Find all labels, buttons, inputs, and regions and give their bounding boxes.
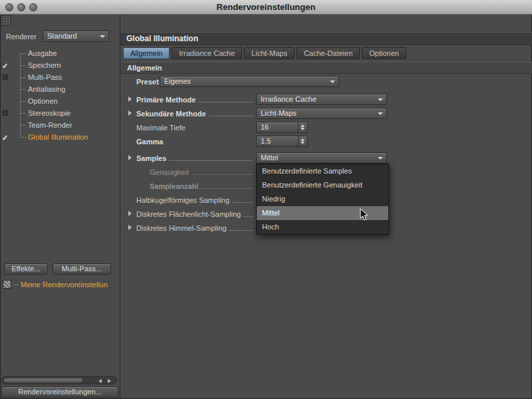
scroll-right-arrow-icon[interactable] (108, 379, 111, 383)
expand-triangle-icon[interactable] (128, 211, 132, 216)
renderer-select-value: Standard (47, 32, 77, 40)
gamma-value: 1.5 (261, 137, 271, 145)
gamma-spinner[interactable]: 1.5 (256, 136, 308, 147)
field-label: Sekundäre Methode (136, 108, 206, 120)
tab-licht-maps[interactable]: Licht-Maps (244, 47, 295, 59)
secondary-method-value: Licht-Maps (261, 109, 297, 117)
presets-dropdown[interactable]: Eigenes (160, 76, 339, 87)
samples-dropdown[interactable]: Mittel (256, 152, 387, 164)
dotted-leader (229, 230, 253, 231)
render-settings-window: Rendervoreinstellungen Renderer Standard… (0, 0, 532, 399)
window-title: Rendervoreinstellungen (0, 2, 532, 12)
sidebar-item-ausgabe[interactable]: Ausgabe (0, 48, 118, 59)
secondary-method-dropdown[interactable]: Licht-Maps (256, 108, 387, 119)
spinner-down-icon[interactable] (301, 128, 305, 130)
tree-tick (20, 53, 26, 54)
spinner-buttons[interactable] (298, 122, 307, 132)
spinner-up-icon[interactable] (301, 138, 305, 141)
checkbox-unchecked[interactable] (3, 110, 8, 116)
tree-tick (20, 137, 26, 138)
sidebar-item-global-illumination[interactable]: ✓ Global Illumination (0, 132, 118, 143)
chevron-down-icon (378, 157, 383, 160)
field-primary-method-row: Primäre Methode Irradiance Cache (120, 93, 532, 106)
primary-method-value: Irradiance Cache (261, 95, 317, 103)
sidebar-item-label: Team-Render (28, 120, 72, 131)
renderer-select[interactable]: Standard (43, 31, 109, 42)
sidebar-item-optionen[interactable]: Optionen (0, 96, 118, 107)
field-label: Maximale Tiefe (136, 122, 186, 134)
tree-tick (20, 113, 26, 114)
expand-triangle-icon[interactable] (128, 96, 132, 102)
field-max-depth-row: Maximale Tiefe 16 (120, 121, 532, 134)
field-samples-row: Samples Mittel (120, 152, 532, 164)
tree-tick (13, 285, 19, 285)
max-depth-spinner[interactable]: 16 (256, 122, 308, 133)
tab-optionen[interactable]: Optionen (362, 47, 406, 59)
expand-triangle-icon[interactable] (128, 110, 132, 116)
sidebar-item-label: Global Illumination (28, 132, 88, 143)
field-label: Diskretes Flächenlicht-Sampling (136, 209, 241, 220)
section-header: Allgemein (120, 62, 532, 74)
tree-tick (20, 125, 26, 126)
field-label: Sampleanzahl (150, 181, 198, 192)
chevron-down-icon (378, 98, 383, 101)
chevron-down-icon (100, 35, 105, 38)
render-preset-item[interactable]: Meine Rendervoreinstellun (21, 281, 108, 289)
tab-cache-dateien[interactable]: Cache-Dateien (297, 47, 360, 59)
dotted-leader (232, 202, 253, 203)
expand-triangle-icon[interactable] (128, 225, 132, 230)
sidebar-item-label: Optionen (28, 96, 58, 107)
field-label: Genauigkeit (150, 167, 189, 178)
menu-item-benutzerdefinierte-genauigkeit[interactable]: Benutzerdefinierte Genauigkeit (257, 178, 388, 192)
sidebar-item-speichern[interactable]: ✓ Speichern (0, 60, 118, 71)
checkmark-icon[interactable]: ✓ (2, 132, 8, 144)
sidebar-item-team-render[interactable]: Team-Render (0, 120, 118, 131)
scroll-left-arrow-icon[interactable] (98, 379, 102, 383)
scrollbar-thumb[interactable] (4, 378, 82, 382)
page-title: Global Illumination (120, 32, 532, 45)
menu-item-hoch[interactable]: Hoch (257, 220, 388, 234)
dotted-leader (201, 188, 253, 189)
menu-item-benutzerdefinierte-samples[interactable]: Benutzerdefinierte Samples (257, 164, 388, 178)
field-label: Diskretes Himmel-Sampling (136, 223, 227, 234)
expand-triangle-icon[interactable] (128, 155, 132, 160)
presets-value: Eigenes (164, 77, 191, 85)
tree-tick (20, 65, 26, 66)
tree-tick (20, 101, 26, 102)
field-label: Presets (136, 76, 163, 88)
field-secondary-method-row: Sekundäre Methode Licht-Maps (120, 107, 532, 120)
samples-value: Mittel (261, 154, 278, 162)
field-label: Halbkugelförmiges Sampling (136, 195, 229, 206)
spinner-buttons[interactable] (298, 136, 307, 146)
checkmark-icon[interactable]: ✓ (2, 61, 8, 72)
multipass-button[interactable]: Multi-Pass... (53, 263, 111, 275)
spinner-down-icon[interactable] (301, 142, 305, 144)
sidebar-item-stereoskopie[interactable]: Stereoskopie (0, 108, 118, 119)
sidebar-item-label: Stereoskopie (28, 108, 70, 119)
sidebar-item-label: Ausgabe (28, 48, 57, 59)
renderer-label: Renderer (6, 33, 37, 41)
mouse-cursor (360, 208, 369, 221)
sidebar-item-antialiasing[interactable]: Antialiasing (0, 84, 118, 95)
effects-button[interactable]: Effekte... (4, 263, 48, 275)
menu-item-niedrig[interactable]: Niedrig (257, 192, 388, 206)
primary-method-dropdown[interactable]: Irradiance Cache (256, 94, 387, 105)
sidebar-item-multi-pass[interactable]: Multi-Pass (0, 72, 118, 83)
spinner-up-icon[interactable] (301, 124, 305, 127)
sidebar-item-label: Multi-Pass (28, 72, 62, 83)
tree-tick (20, 89, 26, 90)
chevron-down-icon (378, 112, 383, 115)
title-bar[interactable]: Rendervoreinstellungen (0, 0, 532, 15)
dotted-leader (243, 216, 253, 217)
dotted-leader (198, 102, 253, 102)
tab-allgemein[interactable]: Allgemein (123, 47, 170, 59)
sidebar-item-label: Antialiasing (28, 84, 65, 95)
dotted-leader (209, 116, 253, 116)
horizontal-scrollbar[interactable] (1, 376, 117, 384)
field-label: Gamma (136, 136, 163, 148)
render-settings-bottom-button[interactable]: Rendervoreinstellungen... (1, 386, 118, 398)
tab-irradiance-cache[interactable]: Irradiance Cache (172, 47, 242, 59)
checkbox-unchecked[interactable] (3, 74, 8, 80)
max-depth-value: 16 (261, 123, 269, 131)
field-presets-row: Presets Eigenes (120, 75, 532, 88)
